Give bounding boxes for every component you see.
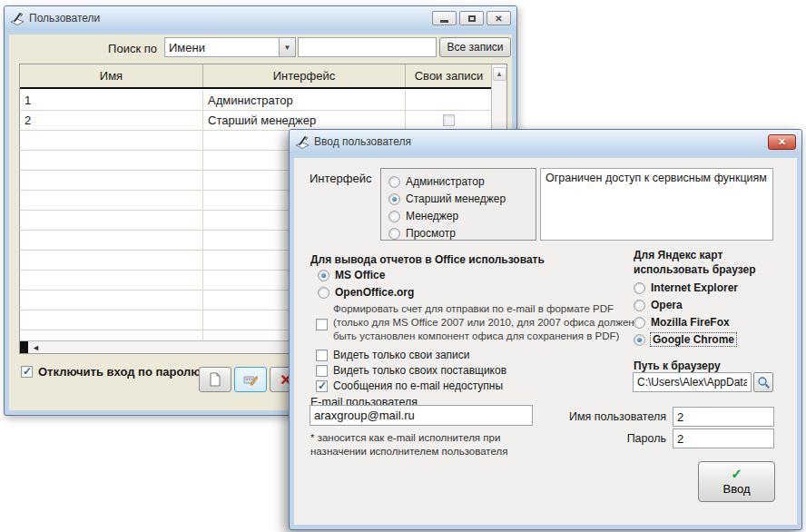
radio-icon xyxy=(634,317,645,329)
username-input[interactable] xyxy=(673,407,774,427)
minimize-icon xyxy=(440,20,448,23)
password-label: Пароль xyxy=(550,432,666,445)
cell-interface: Старший менеджер xyxy=(203,111,406,131)
column-header-own-records[interactable]: Свои записи xyxy=(406,64,493,87)
window-title: Пользователи xyxy=(29,12,428,25)
cell-own-records xyxy=(406,111,491,131)
close-button[interactable]: ✕ xyxy=(768,134,796,150)
app-icon xyxy=(10,11,25,25)
radio-icon xyxy=(388,211,400,222)
window-title: Ввод пользователя xyxy=(314,135,763,148)
scroll-thumb[interactable] xyxy=(20,341,28,353)
checkbox-icon xyxy=(316,350,328,361)
restore-button[interactable] xyxy=(459,11,484,25)
browser-path-input[interactable] xyxy=(633,372,752,392)
table-row-1[interactable]: 1 Администратор xyxy=(20,91,491,111)
app-icon xyxy=(295,134,310,149)
enter-button-label: Ввод xyxy=(723,482,751,496)
table-header: Имя Интерфейс Свои записи xyxy=(20,64,506,89)
radio-icon xyxy=(388,228,400,240)
user-input-window: Ввод пользователя ✕ Интерфейс Администра… xyxy=(289,129,802,530)
column-header-name[interactable]: Имя xyxy=(20,64,203,87)
office-section-title: Для вывода отчетов в Office использовать xyxy=(310,253,545,266)
checkbox-label: Сообщения по e-mail недоступны xyxy=(333,379,503,392)
close-icon: ✕ xyxy=(778,136,786,148)
radio-label: MS Office xyxy=(335,269,385,281)
radio-icon xyxy=(388,193,400,205)
scroll-up-icon[interactable]: ▲ xyxy=(493,67,506,81)
radio-ms-office[interactable]: MS Office xyxy=(318,269,385,281)
enter-button[interactable]: ✓ Ввод xyxy=(698,461,775,502)
new-user-button[interactable] xyxy=(199,367,231,392)
radio-google-chrome[interactable]: Google Chrome xyxy=(634,333,736,346)
disable-password-checkbox xyxy=(21,366,33,378)
edit-icon xyxy=(243,372,258,387)
close-icon: ✕ xyxy=(495,14,502,24)
edit-user-button[interactable] xyxy=(234,367,267,392)
combobox-value: Имени xyxy=(165,38,279,56)
input-window-content: Интерфейс Администратор Старший менеджер… xyxy=(294,158,797,525)
radio-label: Старший менеджер xyxy=(406,192,506,205)
pdf-invoice-label: Формировать счет для отправки по e-mail … xyxy=(333,302,634,343)
radio-view-only[interactable]: Просмотр xyxy=(388,227,536,240)
radio-administrator[interactable]: Администратор xyxy=(388,175,536,188)
radio-mozilla-firefox[interactable]: Mozilla FireFox xyxy=(634,316,730,329)
checkbox-email-unavailable[interactable]: Сообщения по e-mail недоступны xyxy=(316,379,503,392)
password-input[interactable] xyxy=(673,429,774,448)
scroll-left-icon[interactable]: ◄ xyxy=(32,343,40,352)
browser-path-label: Путь к браузеру xyxy=(634,360,721,372)
checkbox-label: Видеть только свои записи xyxy=(333,349,470,361)
radio-label: Opera xyxy=(651,299,683,311)
radio-senior-manager[interactable]: Старший менеджер xyxy=(388,192,536,205)
radio-icon xyxy=(388,176,400,188)
browse-path-button[interactable] xyxy=(753,372,773,392)
checkbox-label: Видеть только своих поставщиков xyxy=(333,364,506,377)
users-window-titlebar[interactable]: Пользователи ✕ xyxy=(5,6,516,30)
all-records-button[interactable]: Все записи xyxy=(439,37,511,57)
chevron-down-icon[interactable]: ▼ xyxy=(279,38,295,56)
radio-internet-explorer[interactable]: Internet Explorer xyxy=(634,281,738,294)
browser-section-title-line2: использовать браузер xyxy=(634,263,756,276)
checkbox-own-records[interactable]: Видеть только свои записи xyxy=(316,349,470,361)
interface-description: Ограничен доступ к сервисным функциям xyxy=(546,172,767,184)
radio-label: Менеджер xyxy=(406,210,458,222)
radio-label: Администратор xyxy=(406,175,485,188)
radio-label: Google Chrome xyxy=(651,333,736,346)
cell-own-records xyxy=(406,91,491,111)
pdf-invoice-checkbox[interactable] xyxy=(316,319,328,330)
radio-openoffice[interactable]: OpenOffice.org xyxy=(318,286,414,299)
disable-password-checkbox-row[interactable]: Отключить вход по паролю xyxy=(21,365,201,379)
browser-section-title-line1: Для Яндекс карт xyxy=(634,249,722,261)
input-window-titlebar[interactable]: Ввод пользователя ✕ xyxy=(290,130,801,153)
checkbox-icon xyxy=(316,365,328,377)
disable-password-label: Отключить вход по паролю xyxy=(38,365,201,379)
checkbox-own-suppliers[interactable]: Видеть только своих поставщиков xyxy=(316,364,506,377)
radio-icon xyxy=(318,270,329,281)
radio-manager[interactable]: Менеджер xyxy=(388,210,536,222)
minimize-button[interactable] xyxy=(432,11,457,25)
search-field-combobox[interactable]: Имени ▼ xyxy=(164,37,296,57)
own-records-checkbox[interactable] xyxy=(443,114,455,126)
interface-description-box[interactable]: Ограничен доступ к сервисным функциям xyxy=(540,168,773,241)
cell-name: 1 xyxy=(20,91,203,111)
check-icon: ✓ xyxy=(731,468,742,480)
radio-label: Internet Explorer xyxy=(651,281,738,294)
restore-icon xyxy=(468,15,476,22)
radio-icon xyxy=(634,300,645,311)
interface-label: Интерфейс xyxy=(310,172,371,185)
radio-icon xyxy=(634,334,645,346)
magnifier-icon xyxy=(757,376,771,389)
radio-label: Просмотр xyxy=(406,227,456,240)
username-label: Имя пользователя xyxy=(550,410,666,423)
radio-label: OpenOffice.org xyxy=(335,286,414,299)
table-row-2[interactable]: 2 Старший менеджер xyxy=(20,111,491,131)
search-input[interactable] xyxy=(298,37,437,57)
radio-opera[interactable]: Opera xyxy=(634,299,683,311)
radio-icon xyxy=(318,287,329,299)
interface-groupbox: Администратор Старший менеджер Менеджер … xyxy=(380,168,536,241)
close-button[interactable]: ✕ xyxy=(487,11,511,25)
email-input[interactable] xyxy=(310,405,533,426)
new-document-icon xyxy=(208,372,222,387)
checkbox-icon xyxy=(316,380,328,392)
column-header-interface[interactable]: Интерфейс xyxy=(203,64,406,87)
